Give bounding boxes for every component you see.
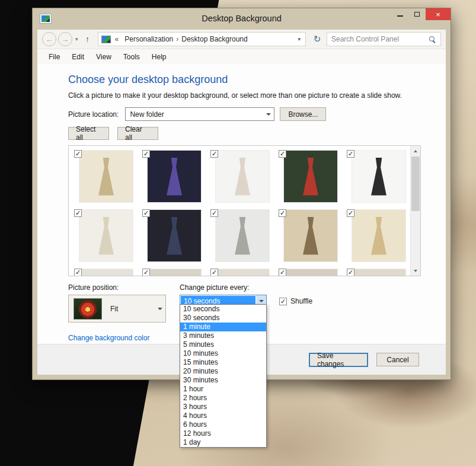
menu-item-file[interactable]: File [43,51,65,63]
dropdown-option[interactable]: 1 minute [180,323,266,331]
tile-checkbox[interactable]: ✓ [142,150,150,158]
save-changes-button[interactable]: Save changes [309,353,368,367]
change-background-color-link[interactable]: Change background color [68,334,149,342]
page-description: Click a picture to make it your desktop … [68,91,446,100]
clear-all-button[interactable]: Clear all [117,127,158,140]
tile-image-partial-2 [148,269,201,276]
picture-tile-partial-5[interactable]: ✓ [342,265,410,276]
shuffle-checkbox[interactable]: ✓ [279,298,287,305]
tile-checkbox[interactable]: ✓ [279,209,286,217]
tile-checkbox[interactable]: ✓ [74,150,82,158]
tile-checkbox[interactable]: ✓ [347,150,354,158]
scrollbar-up-button[interactable] [411,146,420,156]
picture-location-row: Picture location: New folder Browse... [68,107,446,121]
breadcrumb-separator-icon[interactable]: › [175,35,180,43]
close-button[interactable]: × [426,8,451,20]
picture-location-label: Picture location: [68,110,119,119]
window-controls: × [391,8,451,20]
scrollbar-thumb[interactable] [411,157,420,211]
up-button[interactable]: ↑ [81,32,94,46]
maximize-icon [414,12,420,17]
tile-checkbox[interactable]: ✓ [142,209,150,217]
dropdown-option[interactable]: 10 seconds [180,305,266,314]
picture-tile-partial-2[interactable]: ✓ [138,265,206,276]
picture-tile-fashion-print[interactable]: ✓ [274,206,342,265]
dropdown-option[interactable]: 2 hours [180,394,266,403]
breadcrumb: Personalization›Desktop Background [123,34,249,44]
picture-tile-lace-gown[interactable]: ✓ [69,206,138,265]
address-bar[interactable]: « Personalization›Desktop Background ▾ [98,32,306,46]
tile-image-partial-5 [352,269,405,276]
tile-checkbox[interactable]: ✓ [279,150,286,158]
dropdown-option[interactable]: 10 minutes [180,349,266,358]
dropdown-option[interactable]: 15 minutes [180,358,266,367]
dropdown-option[interactable]: 6 hours [180,420,266,429]
cancel-button[interactable]: Cancel [376,353,419,366]
search-icon[interactable] [429,36,436,43]
garment-silhouette [299,217,322,255]
picture-tile-gray-dress[interactable]: ✓ [206,206,274,265]
breadcrumb-item[interactable]: Personalization [123,34,175,44]
picture-location-combo-button[interactable] [263,108,274,120]
address-dropdown-icon[interactable]: ▾ [298,36,302,42]
picture-tile-partial-4[interactable]: ✓ [274,265,342,276]
dropdown-option[interactable]: 12 hours [180,429,266,438]
picture-tile-black-tiered-gown[interactable]: ✓ [342,146,410,206]
tile-image-black-tiered-gown [352,151,405,202]
dropdown-option[interactable]: 30 seconds [180,314,266,323]
tile-checkbox[interactable]: ✓ [347,269,354,276]
tile-checkbox[interactable]: ✓ [210,269,218,276]
tile-checkbox[interactable]: ✓ [279,269,286,276]
search-box[interactable] [327,32,441,46]
tile-checkbox[interactable]: ✓ [74,269,82,276]
picture-tile-renaissance-portrait[interactable]: ✓ [274,146,342,206]
tile-image-partial-1 [79,269,133,276]
tile-checkbox[interactable]: ✓ [210,150,218,158]
refresh-button[interactable]: ↻ [309,32,325,46]
search-input[interactable] [331,35,425,43]
picture-tile-partial-3[interactable]: ✓ [206,265,274,276]
garment-silhouette [368,217,390,255]
recent-pages-dropdown[interactable]: ▾ [74,36,79,42]
back-button[interactable]: ← [42,32,56,46]
browse-button[interactable]: Browse... [280,107,326,121]
picture-tile-white-red-dress[interactable]: ✓ [206,146,274,206]
grid-scrollbar[interactable] [410,146,420,276]
tile-checkbox[interactable]: ✓ [142,269,150,276]
menu-item-tools[interactable]: Tools [118,51,145,63]
forward-button[interactable]: → [58,32,72,46]
dropdown-option[interactable]: 20 minutes [180,367,266,376]
picture-location-combo[interactable]: New folder [125,107,274,121]
window-titlebar[interactable]: Desktop Background × [33,8,451,30]
dropdown-option[interactable]: 4 hours [180,411,266,420]
menu-item-edit[interactable]: Edit [66,51,90,63]
change-picture-label: Change picture every: [180,283,249,292]
dropdown-option[interactable]: 30 minutes [180,376,266,385]
picture-tile-navy-train-gown[interactable]: ✓ [138,206,206,265]
picture-tile-empire-dress[interactable]: ✓ [342,206,410,265]
tile-checkbox[interactable]: ✓ [347,209,354,217]
dropdown-option[interactable]: 1 hour [180,385,266,394]
breadcrumb-collapsed[interactable]: « [114,35,120,43]
tile-image-corsets [79,151,133,202]
picture-tile-corsets[interactable]: ✓ [69,146,138,206]
dropdown-option[interactable]: 3 minutes [180,331,266,340]
scrollbar-down-button[interactable] [411,266,420,276]
garment-silhouette [163,158,186,196]
breadcrumb-item[interactable]: Desktop Background [180,34,249,44]
menu-item-view[interactable]: View [91,51,117,63]
picture-tile-partial-1[interactable]: ✓ [69,265,138,276]
picture-position-combo-button[interactable] [155,295,165,322]
dropdown-option[interactable]: 5 minutes [180,340,266,349]
dropdown-option[interactable]: 1 day [180,438,266,447]
select-all-button[interactable]: Select all [68,127,109,140]
maximize-button[interactable] [408,8,426,20]
picture-position-combo[interactable]: Fit [68,295,166,323]
dropdown-option[interactable]: 3 hours [180,403,266,411]
menu-item-help[interactable]: Help [146,51,172,63]
tile-checkbox[interactable]: ✓ [74,209,82,217]
minimize-button[interactable] [391,8,408,20]
picture-tile-purple-gown[interactable]: ✓ [138,146,206,206]
picture-location-value: New folder [130,110,263,119]
tile-checkbox[interactable]: ✓ [210,209,218,217]
